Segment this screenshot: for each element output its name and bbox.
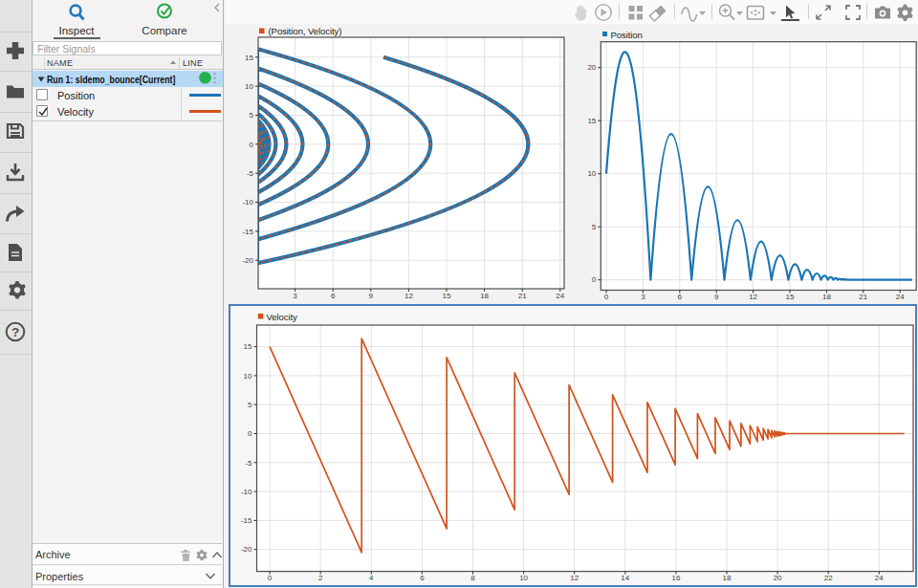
svg-text:3: 3 <box>293 292 297 300</box>
svg-text:-20: -20 <box>242 256 253 265</box>
svg-text:10: 10 <box>244 372 252 381</box>
svg-text:6: 6 <box>678 293 683 301</box>
svg-text:0: 0 <box>592 275 597 284</box>
svg-text:Position: Position <box>611 30 643 40</box>
svg-text:20: 20 <box>774 574 782 582</box>
svg-text:Velocity: Velocity <box>267 312 298 322</box>
svg-text:22: 22 <box>824 574 833 582</box>
svg-text:12: 12 <box>404 292 413 300</box>
svg-text:5: 5 <box>248 401 252 409</box>
svg-text:24: 24 <box>896 293 905 301</box>
svg-text:9: 9 <box>369 292 374 300</box>
svg-text:3: 3 <box>641 293 645 301</box>
svg-text:-5: -5 <box>247 169 254 178</box>
svg-text:15: 15 <box>245 54 253 62</box>
svg-text:16: 16 <box>671 574 680 582</box>
svg-text:15: 15 <box>587 117 596 125</box>
svg-text:18: 18 <box>723 574 732 582</box>
svg-text:0: 0 <box>250 141 254 149</box>
svg-text:6: 6 <box>420 574 425 582</box>
svg-text:0: 0 <box>268 574 273 582</box>
svg-text:18: 18 <box>822 293 831 301</box>
svg-text:0: 0 <box>248 429 252 438</box>
svg-text:9: 9 <box>714 293 719 301</box>
svg-text:-10: -10 <box>242 198 253 207</box>
svg-text:-10: -10 <box>241 488 252 496</box>
svg-text:5: 5 <box>592 223 597 231</box>
svg-text:5: 5 <box>250 111 254 120</box>
svg-text:10: 10 <box>519 574 528 582</box>
svg-text:4: 4 <box>369 574 374 582</box>
svg-text:24: 24 <box>556 292 564 300</box>
svg-text:0: 0 <box>604 293 609 301</box>
svg-text:6: 6 <box>331 292 336 300</box>
svg-text:-15: -15 <box>241 516 252 525</box>
svg-text:8: 8 <box>470 574 475 582</box>
svg-text:14: 14 <box>621 574 629 582</box>
svg-text:12: 12 <box>570 574 579 582</box>
svg-text:15: 15 <box>443 292 451 300</box>
svg-text:15: 15 <box>244 342 252 351</box>
svg-text:-15: -15 <box>242 228 253 236</box>
svg-text:18: 18 <box>480 292 489 300</box>
svg-text:10: 10 <box>587 169 596 178</box>
svg-text:21: 21 <box>518 292 527 300</box>
svg-text:20: 20 <box>587 63 596 72</box>
svg-text:-20: -20 <box>241 545 252 554</box>
svg-text:-5: -5 <box>245 459 252 468</box>
svg-text:15: 15 <box>786 293 795 301</box>
svg-text:2: 2 <box>318 574 323 582</box>
svg-text:10: 10 <box>245 82 253 91</box>
svg-text:12: 12 <box>749 293 757 301</box>
svg-text:24: 24 <box>875 574 884 582</box>
svg-text:(Position, Velocity): (Position, Velocity) <box>269 26 342 36</box>
svg-text:21: 21 <box>859 293 867 301</box>
